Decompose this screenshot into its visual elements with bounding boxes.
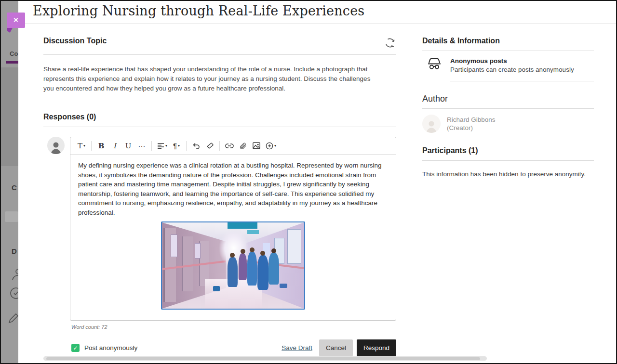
anonymous-posts-subtitle: Participants can create posts anonymousl… <box>450 66 574 73</box>
save-draft-link[interactable]: Save Draft <box>282 344 312 351</box>
toolbar-divider <box>151 141 152 151</box>
close-panel-button[interactable]: × <box>7 13 25 28</box>
details-heading: Details & Information <box>422 37 594 51</box>
backdrop-active-tab-indicator <box>6 61 19 64</box>
backdrop-box-fragment <box>5 211 18 222</box>
more-formatting-button[interactable]: ··· <box>135 139 148 153</box>
eraser-icon <box>206 142 214 149</box>
author-row: Richard Gibbons (Creator) <box>422 115 594 133</box>
page-title: Exploring Nursing through Real-Life Expe… <box>33 3 364 18</box>
rich-text-editor: T ▾ B I U ··· ▾ <box>70 137 396 321</box>
anonymous-posts-text: Anonymous posts Participants can create … <box>450 57 574 73</box>
divider <box>450 81 594 81</box>
paragraph-button[interactable]: ¶ ▾ <box>170 139 183 153</box>
corridor-floor-item <box>213 286 220 291</box>
editor-content-area[interactable]: My defining nursing experience was a cli… <box>70 155 396 321</box>
action-buttons: Save Draft Cancel Respond <box>282 339 396 356</box>
undo-icon <box>192 143 200 149</box>
backdrop-course-banner <box>1 67 18 166</box>
chevron-down-icon: ▾ <box>274 143 276 148</box>
close-icon: × <box>13 15 18 25</box>
corridor-equipment <box>287 229 302 264</box>
close-button-ribbon <box>7 28 13 33</box>
check-icon: ✓ <box>73 345 78 351</box>
author-heading: Author <box>422 94 594 109</box>
attach-file-button[interactable] <box>237 139 249 153</box>
word-count: Word count: 72 <box>67 324 396 330</box>
corridor-door <box>182 236 193 292</box>
anonymity-note: This information has been hidden to pres… <box>422 170 594 178</box>
author-avatar <box>422 115 441 133</box>
chevron-down-icon: ▾ <box>178 143 180 148</box>
scrollbar-thumb[interactable] <box>46 357 480 360</box>
discussion-topic-text: Share a real-life experience that has sh… <box>43 65 381 93</box>
cancel-button[interactable]: Cancel <box>319 339 353 356</box>
corridor-floor-item <box>280 284 287 288</box>
paragraph-icon: ¶ <box>173 142 177 150</box>
undo-button[interactable] <box>190 139 202 153</box>
chevron-down-icon: ▾ <box>165 143 167 148</box>
anonymous-posts-title: Anonymous posts <box>450 57 574 65</box>
nurse-figure <box>228 257 238 287</box>
post-anonymously-checkbox[interactable]: ✓ <box>71 344 80 352</box>
backdrop-tab-fragment: Co <box>10 50 18 57</box>
discussion-topic-header: Discussion Topic <box>43 37 396 55</box>
toolbar-divider <box>219 141 220 151</box>
more-icon: ··· <box>138 142 146 150</box>
attached-image-hospital-corridor[interactable] <box>161 221 305 310</box>
paperclip-icon <box>240 142 247 150</box>
title-bar: Exploring Nursing through Real-Life Expe… <box>18 1 616 24</box>
insert-link-button[interactable] <box>223 139 236 153</box>
responses-heading: Responses (0) <box>43 113 96 121</box>
nurse-figure <box>247 252 257 286</box>
response-editor-row: T ▾ B I U ··· ▾ <box>43 137 396 321</box>
underline-button[interactable]: U <box>122 139 134 153</box>
responses-header: Responses (0) <box>43 113 396 127</box>
author-role: (Creator) <box>447 124 496 132</box>
respond-button[interactable]: Respond <box>357 339 396 356</box>
corridor-ceiling-sign-small <box>247 230 259 234</box>
avatar <box>47 137 65 154</box>
clear-formatting-button[interactable] <box>203 139 216 153</box>
italic-icon: I <box>113 142 116 150</box>
text-style-icon: T <box>78 142 82 150</box>
backdrop-heading-fragment: D <box>12 247 17 255</box>
toolbar-divider <box>91 141 92 151</box>
align-icon <box>157 143 164 149</box>
editor-footer: ✓ Post anonymously Save Draft Cancel Res… <box>71 339 396 356</box>
corridor-wall-frame <box>171 234 178 257</box>
insert-content-button[interactable]: ▾ <box>264 139 278 153</box>
bold-icon: B <box>98 142 105 150</box>
image-icon <box>253 142 260 149</box>
insert-image-button[interactable] <box>250 139 263 153</box>
bold-button[interactable]: B <box>95 139 107 153</box>
editor-toolbar: T ▾ B I U ··· ▾ <box>70 137 396 155</box>
post-anonymously-control: ✓ Post anonymously <box>71 344 137 352</box>
details-column: Details & Information Anonymous posts Pa… <box>422 24 594 178</box>
discussion-overlay-panel: Exploring Nursing through Real-Life Expe… <box>18 1 616 363</box>
nurse-figure <box>268 253 279 285</box>
chevron-down-icon: ▾ <box>83 143 85 148</box>
toolbar-divider <box>186 141 187 151</box>
refresh-icon[interactable] <box>384 37 396 49</box>
insert-icon <box>266 142 273 150</box>
horizontal-scrollbar[interactable] <box>43 356 487 361</box>
screen: Pl Co C D Exploring Nursing through Real… <box>0 0 617 364</box>
discussion-topic-heading: Discussion Topic <box>43 37 107 45</box>
avatar-icon <box>49 140 63 154</box>
post-anonymously-label: Post anonymously <box>84 344 137 351</box>
underline-icon: U <box>125 142 132 150</box>
align-button[interactable]: ▾ <box>155 139 169 153</box>
editor-text: My defining nursing experience was a cli… <box>78 162 382 216</box>
corridor-wall-frame <box>195 243 201 259</box>
main-column: Discussion Topic Share a real-life exper… <box>43 24 396 356</box>
text-style-button[interactable]: T ▾ <box>75 139 88 153</box>
corridor-ceiling-sign <box>228 222 257 229</box>
author-name: Richard Gibbons <box>447 116 496 124</box>
italic-button[interactable]: I <box>108 139 121 153</box>
nurse-figure <box>257 255 268 290</box>
participants-heading: Participants (1) <box>422 146 594 161</box>
incognito-icon <box>427 57 442 70</box>
backdrop-heading-fragment: C <box>12 183 17 192</box>
avatar-icon <box>424 118 439 133</box>
